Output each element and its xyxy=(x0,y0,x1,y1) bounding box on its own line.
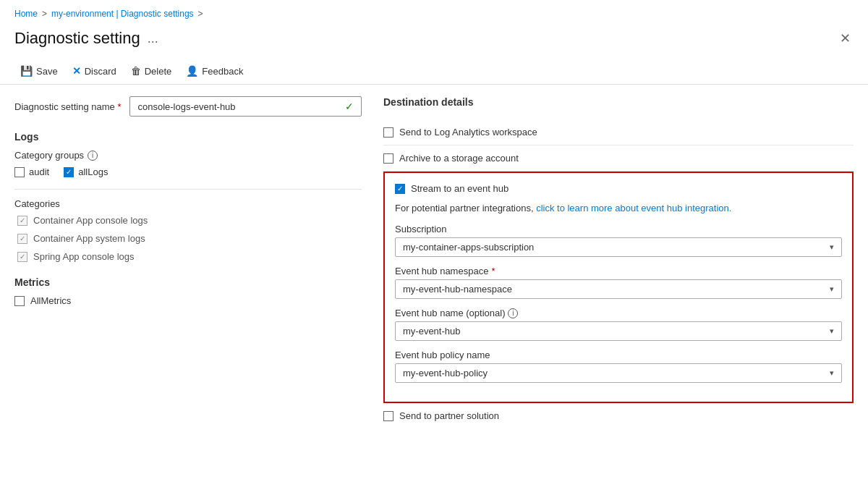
close-button[interactable]: ✕ xyxy=(837,28,854,49)
category-item-system: Container App system logs xyxy=(14,233,362,244)
subscription-group: Subscription my-container-apps-subscript… xyxy=(395,224,842,257)
storage-account-option: Archive to a storage account xyxy=(383,145,854,172)
hub-name-group: Event hub name (optional) i my-event-hub… xyxy=(395,308,842,341)
log-analytics-option: Send to Log Analytics workspace xyxy=(383,119,854,145)
breadcrumb-sep2: > xyxy=(198,9,203,19)
category-item-console: Container App console logs xyxy=(14,215,362,226)
category-console-label: Container App console logs xyxy=(33,215,148,226)
breadcrumb-home[interactable]: Home xyxy=(14,9,38,19)
policy-label: Event hub policy name xyxy=(395,350,842,360)
event-hub-note: For potential partner integrations, clic… xyxy=(395,203,842,213)
delete-button[interactable]: 🗑 Delete xyxy=(125,62,178,80)
diagnostic-name-input[interactable]: console-logs-event-hub ✓ xyxy=(129,96,362,117)
diagnostic-name-row: Diagnostic setting name * console-logs-e… xyxy=(14,96,362,117)
page-title: Diagnostic setting ... xyxy=(14,29,158,48)
subscription-label: Subscription xyxy=(395,224,842,234)
discard-button[interactable]: ✕ Discard xyxy=(67,62,122,80)
category-groups-checkboxes: audit allLogs xyxy=(14,166,362,177)
metrics-section-title: Metrics xyxy=(14,276,362,288)
namespace-label: Event hub namespace * xyxy=(395,266,842,276)
breadcrumb: Home > my-environment | Diagnostic setti… xyxy=(0,0,868,25)
alllogs-checkbox[interactable] xyxy=(64,167,74,177)
save-icon: 💾 xyxy=(20,65,33,77)
feedback-icon: 👤 xyxy=(186,65,198,77)
event-hub-label: Stream to an event hub xyxy=(411,183,509,194)
audit-label: audit xyxy=(29,166,49,177)
category-item-spring: Spring App console logs xyxy=(14,251,362,262)
diagnostic-setting-page: Home > my-environment | Diagnostic setti… xyxy=(0,0,868,482)
event-hub-link[interactable]: click to learn more about event hub inte… xyxy=(536,203,731,213)
alllogs-checkbox-item[interactable]: allLogs xyxy=(64,166,108,177)
save-button[interactable]: 💾 Save xyxy=(14,62,64,80)
feedback-button[interactable]: 👤 Feedback xyxy=(180,62,249,80)
category-system-label: Container App system logs xyxy=(33,233,145,244)
delete-icon: 🗑 xyxy=(131,65,141,77)
policy-select[interactable]: my-event-hub-policy ▾ xyxy=(395,363,842,383)
right-panel: Destination details Send to Log Analytic… xyxy=(383,96,854,428)
toolbar: 💾 Save ✕ Discard 🗑 Delete 👤 Feedback xyxy=(0,58,868,85)
left-panel: Diagnostic setting name * console-logs-e… xyxy=(14,96,362,428)
destination-title: Destination details xyxy=(383,96,854,108)
main-content: Diagnostic setting name * console-logs-e… xyxy=(0,85,868,440)
event-hub-header: Stream to an event hub xyxy=(395,183,842,194)
divider-1 xyxy=(14,189,362,190)
event-hub-section: Stream to an event hub For potential par… xyxy=(383,172,854,403)
categories-title: Categories xyxy=(14,198,362,209)
policy-group: Event hub policy name my-event-hub-polic… xyxy=(395,350,842,383)
category-groups-label: Category groups i xyxy=(14,150,362,161)
storage-account-checkbox[interactable] xyxy=(383,153,393,164)
allmetrics-label: AllMetrics xyxy=(30,295,71,306)
category-spring-label: Spring App console logs xyxy=(33,251,134,262)
alllogs-label: allLogs xyxy=(78,166,108,177)
category-system-checkbox xyxy=(17,234,27,244)
log-analytics-checkbox[interactable] xyxy=(383,127,393,138)
policy-chevron-icon: ▾ xyxy=(830,368,834,378)
hub-name-info-icon[interactable]: i xyxy=(508,308,518,318)
audit-checkbox-item[interactable]: audit xyxy=(14,166,49,177)
subscription-chevron-icon: ▾ xyxy=(830,242,834,252)
subscription-select[interactable]: my-container-apps-subscription ▾ xyxy=(395,237,842,257)
hub-name-chevron-icon: ▾ xyxy=(830,326,834,336)
log-analytics-label: Send to Log Analytics workspace xyxy=(399,127,537,138)
validation-check-icon: ✓ xyxy=(345,101,354,112)
page-title-row: Diagnostic setting ... ✕ xyxy=(0,25,868,58)
event-hub-checkbox[interactable] xyxy=(395,184,405,194)
audit-checkbox[interactable] xyxy=(14,167,25,177)
logs-section-title: Logs xyxy=(14,131,362,143)
metrics-section: Metrics AllMetrics xyxy=(14,276,362,306)
allmetrics-item[interactable]: AllMetrics xyxy=(14,295,362,306)
diagnostic-name-label: Diagnostic setting name * xyxy=(14,101,121,112)
title-more-options[interactable]: ... xyxy=(148,31,158,46)
category-spring-checkbox xyxy=(17,252,27,262)
partner-solution-option: Send to partner solution xyxy=(383,403,854,428)
category-groups-info-icon[interactable]: i xyxy=(88,151,98,161)
allmetrics-checkbox[interactable] xyxy=(14,296,25,306)
namespace-group: Event hub namespace * my-event-hub-names… xyxy=(395,266,842,299)
hub-name-select[interactable]: my-event-hub ▾ xyxy=(395,321,842,341)
breadcrumb-sep1: > xyxy=(42,9,47,19)
partner-solution-checkbox[interactable] xyxy=(383,411,393,421)
namespace-select[interactable]: my-event-hub-namespace ▾ xyxy=(395,279,842,299)
hub-name-label: Event hub name (optional) i xyxy=(395,308,842,318)
category-console-checkbox xyxy=(17,216,27,226)
discard-icon: ✕ xyxy=(72,65,81,77)
partner-solution-label: Send to partner solution xyxy=(399,410,499,421)
namespace-chevron-icon: ▾ xyxy=(830,284,834,294)
storage-account-label: Archive to a storage account xyxy=(399,153,519,164)
breadcrumb-environment[interactable]: my-environment | Diagnostic settings xyxy=(51,9,194,19)
